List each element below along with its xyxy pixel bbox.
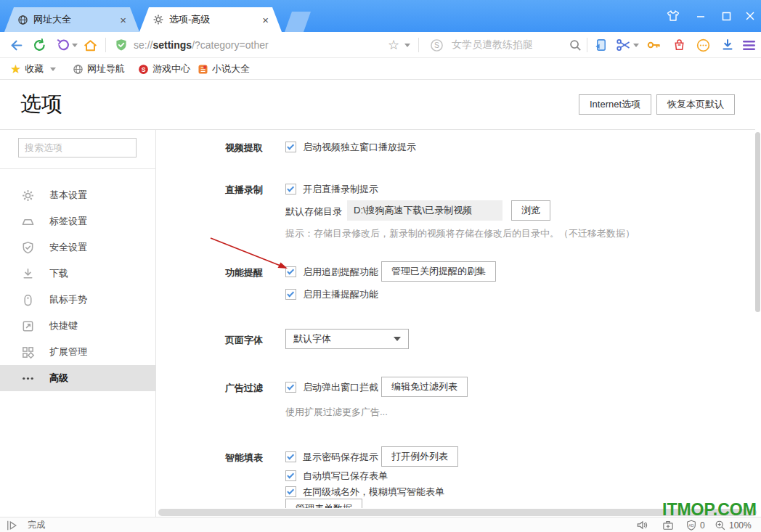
close-tab-icon[interactable]: ×: [259, 13, 272, 27]
favorites-menu[interactable]: ★ 收藏: [10, 58, 56, 80]
live-record-checkbox-row: 开启直播录制提示: [285, 183, 378, 195]
dir-label: 默认存储目录: [285, 205, 342, 218]
search-placeholder: 女学员遭教练掐腿: [452, 38, 533, 52]
sidebar-item-advanced[interactable]: 高级: [0, 365, 155, 391]
site-security-shield-icon[interactable]: [115, 32, 128, 58]
bookmark-nav-site[interactable]: 网址导航: [73, 58, 125, 80]
search-input[interactable]: 女学员遭教练掐腿: [452, 32, 533, 58]
section-label-live-record: 直播录制: [225, 184, 263, 197]
back-icon[interactable]: [9, 32, 24, 58]
checkbox-checked[interactable]: [285, 451, 296, 462]
password-key-icon[interactable]: [646, 32, 662, 58]
url-scheme: se://: [134, 39, 152, 51]
sidebar-item-basic[interactable]: 基本设置: [0, 182, 155, 208]
close-tab-icon[interactable]: ×: [117, 13, 129, 27]
more-dots-icon: [21, 372, 35, 385]
extensions-icon: [21, 345, 35, 359]
zoom-icon[interactable]: 100%: [715, 517, 752, 532]
close-window-button[interactable]: [739, 8, 761, 24]
favorite-star-icon[interactable]: ☆: [388, 32, 399, 58]
more-tools-circle-icon[interactable]: [696, 32, 711, 58]
home-icon[interactable]: [83, 32, 98, 58]
gear-icon: [21, 189, 35, 202]
vertical-scrollbar[interactable]: [755, 132, 760, 312]
popup-block-checkbox-row: 启动弹出窗口拦截: [285, 381, 378, 393]
password-save-checkbox-row: 显示密码保存提示: [285, 451, 378, 463]
toolbox-icon[interactable]: [662, 517, 674, 532]
checkbox-checked[interactable]: [285, 289, 296, 300]
internet-options-button[interactable]: Internet选项: [579, 94, 651, 115]
checkbox-checked[interactable]: [285, 184, 296, 195]
extension-filter-link[interactable]: 使用扩展过滤更多广告...: [285, 406, 388, 419]
menu-hamburger-icon[interactable]: [742, 32, 756, 58]
navigation-toolbar: se://settings/?category=other ☆ S 女学员遭教练…: [0, 32, 761, 58]
star-icon: ★: [10, 63, 21, 75]
chevron-down-icon: [50, 67, 56, 71]
address-bar[interactable]: se://settings/?category=other: [134, 32, 269, 58]
url-host: settings: [152, 39, 192, 51]
minimize-button[interactable]: [690, 8, 712, 24]
shopping-bag-icon[interactable]: [672, 32, 686, 58]
chevron-down-icon: [394, 337, 401, 341]
maximize-button[interactable]: [715, 8, 737, 24]
sidebar-item-label: 高级: [49, 372, 68, 385]
checkbox-checked[interactable]: [285, 142, 296, 152]
speaker-icon[interactable]: [636, 517, 648, 532]
manage-form-data-button[interactable]: 管理表单数据: [285, 499, 362, 508]
bookmark-novels[interactable]: 小说大全: [198, 58, 250, 80]
bookmark-label: 网址导航: [87, 62, 125, 75]
tab-homepage[interactable]: 网址大全 ×: [4, 7, 139, 32]
refresh-icon[interactable]: [32, 32, 47, 58]
sidebar-item-shortcuts[interactable]: 快捷键: [0, 313, 155, 339]
undo-icon[interactable]: [56, 32, 71, 58]
checkbox-checked[interactable]: [285, 382, 296, 393]
search-icon[interactable]: [569, 32, 582, 58]
tab-icon: [21, 215, 35, 229]
fuzzy-fill-checkbox-row: 在同级域名外，模糊填写智能表单: [285, 486, 444, 498]
manage-closed-reminders-button[interactable]: 管理已关闭提醒的剧集: [381, 261, 496, 282]
anchor-reminder-checkbox-row: 启用主播提醒功能: [285, 288, 378, 300]
sidebar-divider: [0, 168, 156, 169]
sidebar-item-tabs[interactable]: 标签设置: [0, 208, 155, 234]
send-to-phone-icon[interactable]: [594, 32, 608, 58]
screenshot-dropdown-caret-icon[interactable]: [633, 32, 639, 58]
edit-filter-whitelist-button[interactable]: 编辑免过滤列表: [381, 377, 468, 397]
checkbox-checked[interactable]: [285, 266, 296, 277]
checkbox-label: 显示密码保存提示: [303, 451, 378, 464]
checkbox-checked[interactable]: [285, 486, 296, 497]
download-manager-icon[interactable]: [720, 32, 735, 58]
sidebar-item-mouse-gesture[interactable]: 鼠标手势: [0, 287, 155, 313]
bookmark-label: 游戏中心: [152, 62, 190, 75]
screenshot-scissors-icon[interactable]: [616, 32, 632, 58]
sidebar-toggle-icon[interactable]: [6, 517, 19, 532]
open-exceptions-button[interactable]: 打开例外列表: [381, 446, 458, 467]
favorite-dropdown-caret-icon[interactable]: [404, 32, 410, 58]
mouse-icon: [21, 293, 35, 307]
search-engine-logo[interactable]: S: [430, 32, 444, 58]
bookmark-game-center[interactable]: S 游戏中心: [138, 58, 190, 80]
sidebar-item-security[interactable]: 安全设置: [0, 234, 155, 261]
url-query: /?category=other: [192, 39, 268, 51]
font-select[interactable]: 默认字体: [285, 329, 409, 349]
restore-defaults-button[interactable]: 恢复本页默认: [656, 94, 735, 115]
new-tab-button[interactable]: [285, 12, 311, 32]
undo-dropdown-caret-icon[interactable]: [72, 32, 78, 58]
checkbox-checked[interactable]: [285, 470, 296, 481]
skin-tshirt-icon[interactable]: [662, 8, 684, 24]
checkbox-label: 启用追剧提醒功能: [303, 266, 378, 279]
status-text: 完成: [28, 517, 45, 532]
search-options-input[interactable]: [18, 138, 137, 157]
sidebar-item-download[interactable]: 下载: [0, 261, 155, 287]
font-select-value: 默认字体: [293, 332, 331, 345]
sidebar-item-extensions[interactable]: 扩展管理: [0, 339, 155, 365]
tab-label: 网址大全: [33, 13, 71, 26]
tab-settings[interactable]: 选项-高级 ×: [139, 7, 282, 32]
browse-button[interactable]: 浏览: [511, 200, 550, 221]
sidebar-item-label: 扩展管理: [49, 345, 87, 359]
browser-window: 网址大全 × 选项-高级 ×: [0, 0, 761, 532]
section-label-smart-form: 智能填表: [225, 451, 263, 465]
checkbox-label: 启用主播提醒功能: [303, 288, 378, 301]
gear-icon: [152, 14, 164, 25]
ad-block-icon[interactable]: AD 0: [685, 517, 705, 532]
storage-dir-field[interactable]: D:\搜狗高速下载\已录制视频: [347, 200, 502, 221]
